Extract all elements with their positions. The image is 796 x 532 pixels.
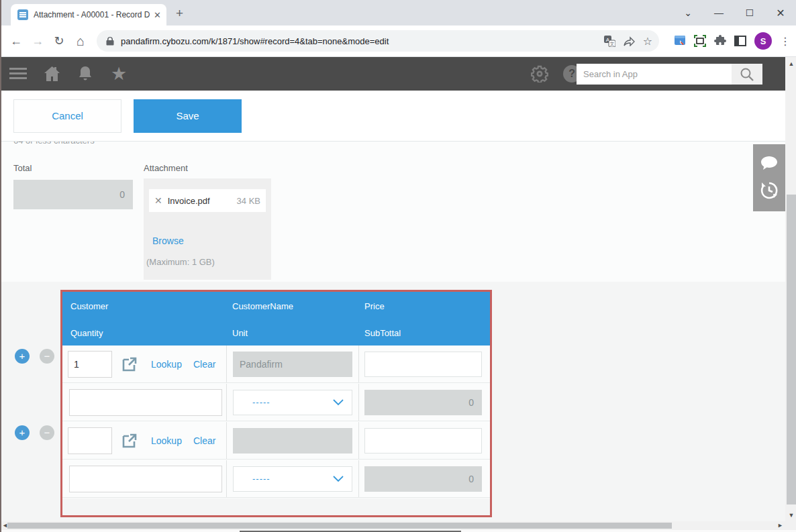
col-header-price: Price [364,301,385,311]
clear-link-2[interactable]: Clear [193,435,215,446]
remove-file-icon[interactable]: ✕ [154,195,162,206]
extensions-puzzle-icon[interactable] [714,35,726,47]
attachment-max-note: (Maximum: 1 GB) [146,257,215,267]
maximize-button[interactable]: ☐ [734,7,765,18]
translate-icon[interactable]: A文 [604,36,615,47]
back-button[interactable]: ← [5,34,27,48]
add-row-button-1[interactable]: + [15,349,30,364]
share-icon[interactable] [624,36,635,46]
comments-icon[interactable] [760,156,778,170]
col-header-quantity: Quantity [70,328,103,338]
table-row: Lookup Clear Pandafirm [62,345,490,383]
remove-row-button-2[interactable]: − [40,425,54,440]
forward-button[interactable]: → [27,34,48,48]
lookup-window-icon[interactable] [121,356,138,372]
kintone-favicon-icon [17,9,28,20]
unit-dropdown-value-2: ----- [252,474,333,484]
col-header-customer: Customer [70,301,108,311]
side-panel-icon[interactable] [734,36,746,46]
subtotal-field-2: 0 [364,466,482,492]
subtable: Customer CustomerName Price Quantity Uni… [60,290,492,517]
file-size: 34 KB [237,196,260,206]
svg-text:文: 文 [609,41,614,46]
quantity-input-2[interactable] [69,466,222,492]
subtotal-field-1: 0 [364,390,482,415]
quantity-input-1[interactable] [69,389,222,416]
scroll-right-icon[interactable]: ► [777,522,783,529]
customername-field-1: Pandafirm [233,352,352,377]
customer-input-1[interactable] [68,351,112,378]
screenshot-extension-icon[interactable] [674,35,686,47]
add-row-button-2[interactable]: + [15,425,30,440]
vertical-scrollbar-thumb[interactable] [787,195,796,504]
horizontal-scrollbar[interactable]: ◄ ► [1,521,785,530]
minimize-button[interactable]: — [703,7,734,18]
home-button[interactable]: ⌂ [70,34,91,49]
extension-icons: S ⋮ [666,32,791,50]
attachment-dropzone: ✕ Invoice.pdf 34 KB Browse (Maximum: 1 G… [144,178,271,280]
portal-home-icon[interactable] [43,65,61,83]
price-input-2[interactable] [364,428,482,454]
unit-dropdown-1[interactable]: ----- [233,390,352,415]
tab-title: Attachment - A00001 - Record D [34,10,150,19]
attached-file-row: ✕ Invoice.pdf 34 KB [149,189,266,212]
new-tab-button[interactable]: + [176,6,183,21]
lookup-link-2[interactable]: Lookup [151,435,182,446]
app-settings-gear-icon[interactable] [531,65,548,83]
page-content: ★ ? 64 or less characters Cancel Save To… [1,57,796,532]
browser-tab[interactable]: Attachment - A00001 - Record D ✕ [11,4,166,25]
subtable-header: Customer CustomerName Price Quantity Uni… [62,292,490,345]
menu-hamburger-icon[interactable] [9,68,27,80]
browse-link[interactable]: Browse [152,235,184,246]
chevron-down-icon [333,399,344,406]
table-row: ----- 0 [62,384,490,421]
save-button[interactable]: Save [134,99,242,133]
tab-close-icon[interactable]: ✕ [154,10,161,20]
capture-extension-icon[interactable] [694,35,706,47]
bookmark-star-icon[interactable]: ☆ [643,35,652,48]
lookup-link-1[interactable]: Lookup [151,359,182,370]
record-side-panel [753,144,785,211]
price-input-1[interactable] [364,352,482,377]
file-name[interactable]: Invoice.pdf [168,196,237,206]
table-row: ----- 0 [62,460,490,498]
url-text[interactable]: pandafirm.cybozu.com/k/1871/show#record=… [121,36,596,46]
col-header-customername: CustomerName [232,301,293,311]
reload-button[interactable]: ↻ [48,34,70,48]
tab-search-chevron-icon[interactable]: ⌄ [673,7,703,18]
record-history-icon[interactable] [760,181,779,200]
profile-avatar[interactable]: S [754,32,772,50]
col-header-unit: Unit [232,328,248,338]
remove-row-button-1[interactable]: − [40,349,54,364]
subtable-filler [62,498,490,515]
browser-window: Attachment - A00001 - Record D ✕ + ⌄ — ☐… [0,0,796,532]
unit-dropdown-value-1: ----- [252,397,333,407]
browser-tab-bar: Attachment - A00001 - Record D ✕ + ⌄ — ☐… [1,0,796,25]
address-bar[interactable]: pandafirm.cybozu.com/k/1871/show#record=… [97,30,659,52]
scroll-down-icon[interactable]: ▼ [785,512,796,519]
attachment-field-label: Attachment [144,163,188,173]
lookup-window-icon[interactable] [121,433,138,449]
close-button[interactable]: ✕ [765,7,796,19]
customer-input-2[interactable] [68,427,112,454]
notifications-bell-icon[interactable] [77,65,93,83]
record-action-bar: Cancel Save [1,91,785,142]
customername-field-2 [233,428,352,454]
scroll-up-icon[interactable]: ▲ [785,60,796,67]
lock-icon [106,36,114,46]
unit-dropdown-2[interactable]: ----- [233,466,352,492]
vertical-scrollbar[interactable]: ▲ ▼ [785,57,796,521]
app-search-input[interactable] [577,64,732,85]
favorites-star-icon[interactable]: ★ [111,63,127,85]
scrollbar-corner [785,521,796,530]
window-controls: ⌄ — ☐ ✕ [673,0,796,25]
cancel-button[interactable]: Cancel [13,99,121,133]
horizontal-scrollbar-thumb[interactable] [7,523,672,529]
total-field-label: Total [13,163,32,173]
app-search-button[interactable] [732,64,762,85]
table-row: Lookup Clear [62,422,490,460]
clear-link-1[interactable]: Clear [193,359,215,370]
app-search-box[interactable] [577,64,732,85]
chevron-down-icon [333,476,344,482]
browser-menu-icon[interactable]: ⋮ [780,35,791,48]
